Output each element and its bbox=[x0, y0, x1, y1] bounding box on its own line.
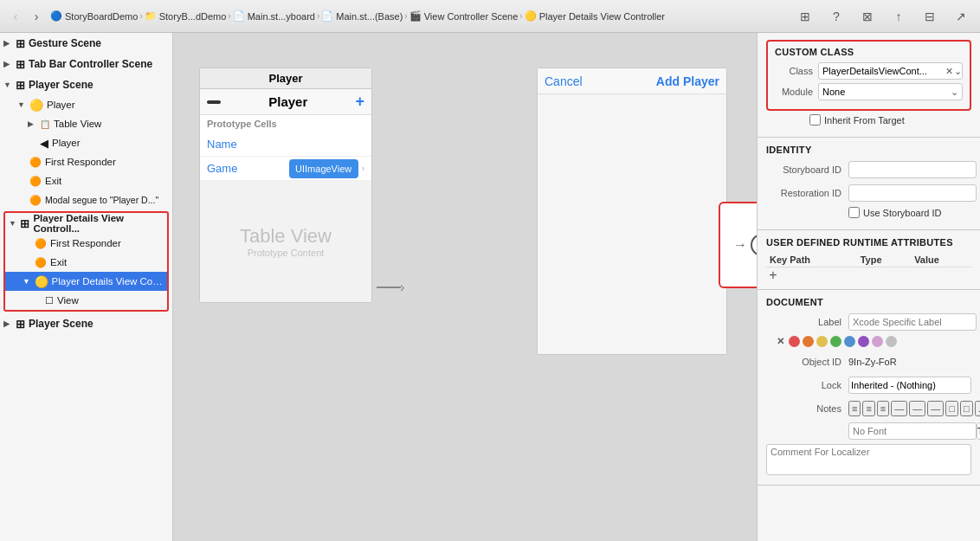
color-dot-yellow[interactable] bbox=[816, 336, 828, 347]
notes-align-left-btn[interactable]: ≡ bbox=[848, 401, 861, 416]
notes-font-picker-btn[interactable]: T bbox=[977, 422, 980, 440]
doc-label-input[interactable] bbox=[848, 313, 977, 331]
notes-align-right-btn[interactable]: ≡ bbox=[877, 401, 889, 416]
sidebar-label-modal-segue: Modal segue to "Player D..." bbox=[45, 195, 158, 205]
notes-font-input[interactable] bbox=[848, 422, 977, 440]
sidebar-item-player-details-ctrl[interactable]: ▼ 🟡 Player Details View Contr... bbox=[5, 272, 167, 291]
add-udra-button[interactable]: + bbox=[766, 267, 780, 281]
use-storyboard-id-checkbox[interactable] bbox=[848, 207, 860, 218]
inherit-checkbox[interactable] bbox=[809, 114, 821, 126]
help-button[interactable]: ? bbox=[824, 7, 848, 26]
module-arrow-btn[interactable]: ⌄ bbox=[946, 84, 962, 100]
sidebar-item-exit-1[interactable]: 🟠 Exit bbox=[0, 171, 172, 190]
restoration-id-label: Restoration ID bbox=[766, 188, 848, 198]
panel-button[interactable]: ⊟ bbox=[918, 7, 942, 26]
breadcrumb-icon-0: 🔵 bbox=[50, 10, 62, 22]
sidebar-item-first-responder-2[interactable]: 🟠 First Responder bbox=[5, 234, 167, 253]
exit-1-icon: 🟠 bbox=[29, 176, 42, 187]
notes-box-1-btn[interactable]: □ bbox=[945, 401, 958, 416]
tab-bar-icon: ⊞ bbox=[16, 58, 25, 71]
breadcrumb-icon-3: 📄 bbox=[321, 10, 333, 22]
module-input[interactable] bbox=[819, 87, 946, 97]
color-dot-pink[interactable] bbox=[872, 336, 883, 347]
breadcrumb-sep-2: › bbox=[317, 11, 319, 21]
sidebar-item-first-responder-1[interactable]: 🟠 First Responder bbox=[0, 152, 172, 171]
notes-box-2-btn[interactable]: □ bbox=[960, 401, 973, 416]
sidebar-item-player-scene-group[interactable]: ▼ ⊞ Player Scene bbox=[0, 74, 172, 95]
breadcrumb-item-3[interactable]: 📄 Main.st...(Base) bbox=[321, 10, 403, 22]
sidebar-item-modal-segue[interactable]: 🟠 Modal segue to "Player D..." bbox=[0, 190, 172, 209]
doc-label-row: Label bbox=[766, 312, 971, 332]
color-dots-row: ✕ bbox=[766, 336, 971, 347]
notes-comment-area bbox=[766, 442, 971, 478]
notes-align-center-btn[interactable]: ≡ bbox=[862, 401, 874, 416]
color-clear-button[interactable]: ✕ bbox=[775, 336, 786, 347]
type-header: Type bbox=[857, 253, 911, 267]
sidebar-item-exit-2[interactable]: 🟠 Exit bbox=[5, 253, 167, 272]
lock-select[interactable]: Inherited - (Nothing) bbox=[848, 377, 971, 394]
breadcrumb-label-4: View Controller Scene bbox=[424, 11, 519, 22]
restoration-id-input[interactable] bbox=[848, 184, 977, 202]
document-title: Document bbox=[766, 297, 971, 307]
upload-button[interactable]: ↑ bbox=[887, 7, 911, 26]
color-dot-purple[interactable] bbox=[858, 336, 869, 347]
notes-dash-1-btn[interactable]: — bbox=[891, 401, 907, 416]
breadcrumb-icon-2: 📄 bbox=[233, 10, 245, 22]
forward-button[interactable]: › bbox=[28, 8, 45, 25]
sidebar-item-tab-bar-scene[interactable]: ▶ ⊞ Tab Bar Controller Scene bbox=[0, 54, 172, 74]
udra-section: User Defined Runtime Attributes Key Path… bbox=[758, 230, 980, 290]
sidebar-label-tab-bar: Tab Bar Controller Scene bbox=[29, 58, 152, 70]
sidebar-item-player-scene-2[interactable]: ▶ ⊞ Player Scene bbox=[0, 313, 172, 334]
breadcrumb-item-1[interactable]: 📁 StoryB...dDemo bbox=[145, 10, 227, 22]
storyboard-id-input[interactable] bbox=[848, 161, 977, 178]
color-dot-gray[interactable] bbox=[886, 336, 897, 347]
class-arrow-btn[interactable]: ⌄ bbox=[954, 63, 963, 79]
sidebar-item-player-child[interactable]: ◀ Player bbox=[0, 133, 172, 152]
game-cell-label: Game bbox=[207, 162, 237, 175]
player-scene-panel: Player Player + Prototype Cells Name Gam… bbox=[199, 68, 372, 303]
breadcrumb-item-4[interactable]: 🎬 View Controller Scene bbox=[409, 10, 519, 22]
notes-toolbar: ≡ ≡ ≡ — — — □ □ … bbox=[848, 401, 980, 416]
add-player-button[interactable]: Add Player bbox=[656, 74, 719, 88]
arrow-icon: ▼ bbox=[17, 100, 28, 109]
sidebar-item-player[interactable]: ▼ 🟡 Player bbox=[0, 95, 172, 114]
color-dot-orange[interactable] bbox=[803, 336, 814, 347]
identity-title: Identity bbox=[766, 145, 971, 155]
breadcrumb-item-5[interactable]: 🟡 Player Details View Controller bbox=[525, 10, 665, 22]
breadcrumb-label-2: Main.st...yboard bbox=[248, 11, 315, 22]
external-button[interactable]: ↗ bbox=[949, 7, 973, 26]
object-id-row: Object ID 9In-Zy-FoR bbox=[766, 352, 971, 371]
sidebar-label-exit-2: Exit bbox=[50, 257, 67, 267]
table-view-icon: 📋 bbox=[40, 119, 50, 129]
plus-icon: + bbox=[355, 93, 364, 111]
color-dot-green[interactable] bbox=[830, 336, 841, 347]
player-scene-2-icon: ⊞ bbox=[16, 318, 25, 331]
details-content bbox=[538, 94, 726, 354]
notes-comment-textarea[interactable] bbox=[766, 444, 971, 475]
sidebar-item-player-details-scene[interactable]: ▼ ⊞ Player Details View Controll... bbox=[5, 213, 167, 234]
color-dot-red[interactable] bbox=[789, 336, 800, 347]
class-input[interactable] bbox=[819, 66, 945, 76]
sidebar-item-gesture-scene[interactable]: ▶ ⊞ Gesture Scene bbox=[0, 33, 172, 54]
sidebar-label-player-child: Player bbox=[52, 138, 81, 148]
canvas[interactable]: Player Player + Prototype Cells Name Gam… bbox=[173, 33, 757, 541]
sidebar-item-table-view[interactable]: ▶ 📋 Table View bbox=[0, 114, 172, 133]
inspector-button[interactable]: ⊠ bbox=[855, 7, 880, 26]
gesture-scene-icon: ⊞ bbox=[16, 37, 25, 50]
cancel-button[interactable]: Cancel bbox=[545, 74, 583, 88]
cell-chevron-icon: › bbox=[362, 164, 364, 173]
modal-segue-icon: 🟠 bbox=[29, 195, 42, 206]
class-clear-btn[interactable]: ✕ bbox=[945, 63, 954, 79]
value-header: Value bbox=[911, 253, 971, 267]
color-dot-blue[interactable] bbox=[844, 336, 855, 347]
breadcrumb-item-2[interactable]: 📄 Main.st...yboard bbox=[233, 10, 315, 22]
add-button[interactable]: ⊞ bbox=[793, 7, 817, 26]
notes-dash-2-btn[interactable]: — bbox=[909, 401, 925, 416]
view-icon: ☐ bbox=[45, 295, 54, 306]
notes-more-btn[interactable]: … bbox=[975, 401, 980, 416]
breadcrumb-item-0[interactable]: 🔵 StoryBoardDemo bbox=[50, 10, 138, 22]
player-details-scene-group[interactable]: ▼ ⊞ Player Details View Controll... 🟠 Fi… bbox=[3, 211, 169, 312]
notes-dash-3-btn[interactable]: — bbox=[927, 401, 944, 416]
sidebar-item-view[interactable]: ☐ View bbox=[5, 291, 167, 310]
back-button[interactable]: ‹ bbox=[7, 8, 24, 25]
